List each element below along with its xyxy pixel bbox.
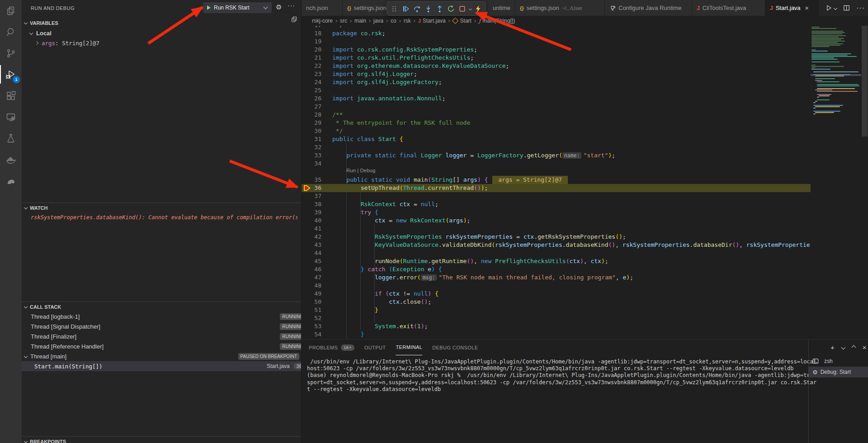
code-line-30[interactable]: */ (332, 127, 343, 135)
breadcrumb-rskj-core[interactable]: rskj-core (312, 18, 333, 24)
variables-section-header[interactable]: VARIABLES (22, 18, 301, 28)
breakpoints-section-header[interactable]: BREAKPOINTS (22, 436, 301, 443)
breadcrumb-java[interactable]: java (373, 18, 383, 24)
hot-code-replace-button[interactable] (472, 3, 484, 14)
line-number[interactable]: 28 (302, 111, 321, 119)
panel-tab-problems[interactable]: PROBLEMS1K+ (309, 339, 354, 355)
line-number[interactable]: 44 (302, 249, 321, 257)
code-line-51[interactable]: } (332, 306, 378, 314)
drag-grip-icon[interactable] (389, 3, 400, 14)
line-number[interactable]: 34 (302, 160, 321, 168)
panel-tab-output[interactable]: OUTPUT (364, 339, 386, 355)
line-number[interactable]: 52 (302, 314, 321, 322)
line-number[interactable]: 26 (302, 94, 321, 103)
docker-icon[interactable] (0, 149, 22, 170)
panel-tab-terminal[interactable]: TERMINAL (396, 339, 422, 355)
line-number[interactable]: 40 (302, 217, 321, 225)
run-file-button[interactable] (826, 5, 837, 11)
breadcrumb-src[interactable]: src (340, 18, 347, 24)
code-line-50[interactable]: ctx.close(); (332, 298, 431, 306)
step-over-button[interactable] (411, 3, 423, 14)
line-number[interactable]: 23 (302, 70, 321, 78)
code-line-21[interactable]: import co.rsk.util.PreflightChecksUtils; (332, 54, 474, 62)
stack-frame-start-main[interactable]: Start.main(String[]) Start.java 36:1 (22, 361, 302, 371)
tab-configure-java-runtime[interactable]: Configure Java Runtime (605, 0, 692, 16)
code-editor[interactable]: 17 */18package co.rsk;1920import co.rsk.… (302, 26, 868, 339)
tab-settings-json[interactable]: {}settings.json (343, 0, 389, 16)
code-line-24[interactable]: import org.slf4j.LoggerFactory; (332, 78, 442, 86)
line-number[interactable]: 33 (302, 151, 321, 160)
split-editor-button[interactable] (843, 5, 850, 11)
step-out-button[interactable] (434, 3, 445, 14)
code-line-36[interactable]: setUpThread(Thread.currentThread()); (332, 184, 488, 192)
code-line-35[interactable]: public static void main(String[] args) {… (332, 176, 568, 184)
breadcrumb-rsk[interactable]: rsk (404, 18, 411, 24)
start-debugging-icon[interactable] (207, 5, 211, 10)
codelens-run-debug[interactable]: Run | Debug (346, 168, 375, 173)
terminal-list-item-zsh[interactable]: zsh (809, 356, 868, 367)
code-line-33[interactable]: private static final Logger logger = Log… (332, 151, 615, 160)
line-number[interactable]: 22 (302, 62, 321, 70)
line-number[interactable]: 27 (302, 103, 321, 111)
extensions-icon[interactable] (0, 85, 22, 106)
line-number[interactable]: 24 (302, 78, 321, 86)
gradle-icon[interactable] (0, 170, 22, 191)
line-number[interactable]: 42 (302, 233, 321, 241)
gear-icon[interactable]: ⚙ (276, 3, 282, 11)
call-stack-section-header[interactable]: CALL STACK (22, 302, 301, 312)
panel-tab-debug-console[interactable]: DEBUG CONSOLE (432, 339, 478, 355)
restart-button[interactable] (445, 3, 457, 14)
code-line-42[interactable]: RskSystemProperties rskSystemProperties … (332, 233, 626, 241)
tab-nch-json[interactable]: nch.json (302, 0, 343, 16)
code-line-26[interactable]: import javax.annotation.Nonnull; (332, 94, 445, 103)
line-number[interactable]: 41 (302, 225, 321, 233)
tab-clitoolstest-java[interactable]: JCliToolsTest.java (692, 0, 765, 16)
continue-button[interactable] (400, 3, 411, 14)
current-line-breakpoint-icon[interactable] (303, 184, 311, 192)
source-control-icon[interactable] (0, 42, 22, 64)
editor-scrollbar[interactable] (861, 26, 868, 339)
breadcrumb-start[interactable]: Start (453, 18, 472, 24)
code-line-45[interactable]: runNode(Runtime.getRuntime(), new Prefli… (332, 257, 609, 265)
code-line-18[interactable]: package co.rsk; (332, 29, 385, 38)
breadcrumb-start-java[interactable]: JStart.java (418, 18, 446, 24)
code-line-28[interactable]: /** (332, 111, 343, 119)
code-line-29[interactable]: * The entrypoint for the RSK full node (332, 119, 470, 127)
thread-row[interactable]: Thread [Reference Handler]RUNNING (22, 341, 302, 351)
breadcrumb-co[interactable]: co (391, 18, 396, 24)
more-editor-actions-button[interactable]: ··· (856, 4, 865, 12)
line-number[interactable]: 21 (302, 54, 321, 62)
line-number[interactable]: 45 (302, 257, 321, 265)
terminal-list-item-debug-start[interactable]: ⚙Debug: Start (809, 367, 868, 377)
line-number[interactable]: 49 (302, 290, 321, 298)
remote-explorer-icon[interactable] (0, 106, 22, 127)
thread-row[interactable]: Thread [Finalizer]RUNNING (22, 331, 302, 341)
watch-expression[interactable]: rskSystemProperties.databaseKind(): Cann… (22, 212, 301, 222)
code-line-54[interactable]: } (332, 330, 364, 339)
line-number[interactable]: 18 (302, 29, 321, 38)
thread-row[interactable]: Thread [main]PAUSED ON BREAKPOINT (22, 351, 302, 361)
code-line-49[interactable]: if (ctx != null) { (332, 290, 439, 298)
search-icon[interactable] (0, 21, 22, 42)
breadcrumb-main-string-[interactable]: ƒmain(String[]) (479, 18, 515, 24)
line-number[interactable]: 50 (302, 298, 321, 306)
line-number[interactable]: 17 (302, 26, 321, 29)
breadcrumb-main[interactable]: main (354, 18, 366, 24)
line-number[interactable]: 39 (302, 208, 321, 217)
line-number[interactable]: 54 (302, 330, 321, 339)
terminal-output[interactable]: /usr/bin/env /Library/Internet\ Plug-Ins… (307, 358, 804, 393)
launch-config-button[interactable]: Run RSK Start (203, 2, 272, 13)
line-number[interactable]: 48 (302, 282, 321, 290)
code-line-46[interactable]: } catch (Exception e) { (332, 265, 442, 273)
line-number[interactable]: 38 (302, 200, 321, 208)
code-line-20[interactable]: import co.rsk.config.RskSystemProperties… (332, 46, 477, 54)
code-line-17[interactable]: */ (332, 26, 343, 29)
line-number[interactable]: 30 (302, 127, 321, 135)
line-number[interactable]: 19 (302, 38, 321, 46)
code-line-40[interactable]: ctx = new RskContext(args); (332, 217, 470, 225)
code-line-31[interactable]: public class Start { (332, 135, 403, 143)
variables-scope-local[interactable]: Local (22, 28, 302, 38)
stop-chevron[interactable] (468, 3, 472, 14)
variable-args[interactable]: args: String[2]@7 (22, 38, 302, 48)
tab-settings-json[interactable]: {}settings.json~/.../User (515, 0, 605, 16)
